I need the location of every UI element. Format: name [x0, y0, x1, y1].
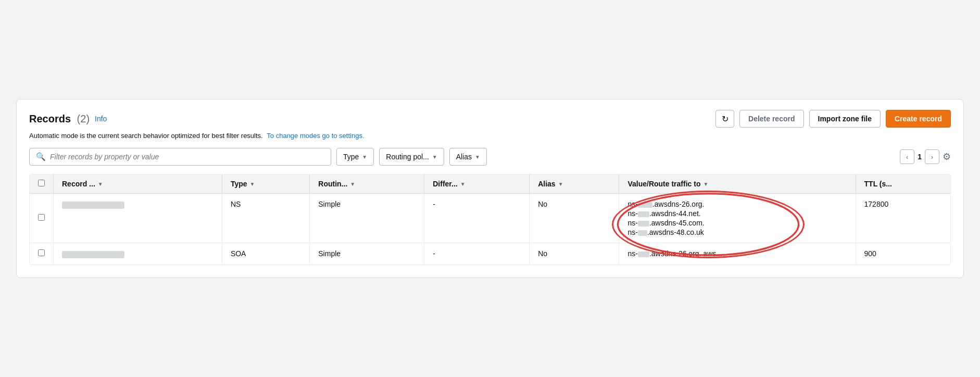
th-type: Type ▼ [222, 174, 309, 194]
header-buttons: ↻ Delete record Import zone file Create … [715, 110, 951, 128]
page-number: 1 [918, 153, 922, 161]
routing-dropdown-arrow: ▼ [432, 154, 437, 160]
info-link[interactable]: Info [95, 115, 107, 123]
records-table-wrapper: Record ... ▼ Type ▼ Routin... ▼ [29, 174, 951, 265]
row1-name-redacted [62, 202, 124, 209]
table-settings-button[interactable]: ⚙ [943, 151, 951, 162]
table-row: NS Simple - No [30, 194, 950, 243]
row2-ttl: 900 [856, 243, 950, 265]
subtext-main: Automatic mode is the current search beh… [29, 132, 263, 140]
row1-record-name [54, 194, 222, 243]
select-all-checkbox[interactable] [38, 180, 45, 186]
prev-page-button[interactable]: ‹ [900, 149, 914, 164]
records-table: Record ... ▼ Type ▼ Routin... ▼ [30, 174, 950, 264]
th-alias: Alias ▼ [530, 174, 619, 194]
refresh-button[interactable]: ↻ [715, 110, 734, 128]
search-input[interactable] [50, 153, 324, 161]
sort-differ-icon[interactable]: ▼ [460, 181, 466, 187]
row2-name-redacted [62, 251, 124, 258]
row1-alias: No [530, 194, 619, 243]
row1-value-line-3: ns-.awsdns-45.com. [627, 219, 704, 227]
pagination-area: ‹ 1 › ⚙ [900, 149, 951, 164]
sort-routing-icon[interactable]: ▼ [350, 181, 355, 187]
row2-checkbox-cell [30, 243, 54, 265]
sort-value-icon[interactable]: ▼ [703, 181, 708, 187]
subtext-link[interactable]: To change modes go to settings. [267, 132, 364, 140]
type-filter-dropdown[interactable]: Type ▼ [336, 148, 374, 166]
type-dropdown-arrow: ▼ [362, 154, 367, 160]
next-page-button[interactable]: › [925, 149, 939, 164]
row2-routing: Simple [310, 243, 424, 265]
th-record-name: Record ... ▼ [54, 174, 222, 194]
gear-icon: ⚙ [943, 151, 951, 162]
sort-type-icon[interactable]: ▼ [250, 181, 255, 187]
create-record-button[interactable]: Create record [886, 110, 951, 128]
type-label: Type [343, 153, 359, 161]
th-ttl: TTL (s... [856, 174, 950, 194]
page-title: Records (2) [29, 113, 90, 125]
alias-label: Alias [456, 153, 472, 161]
delete-record-button[interactable]: Delete record [739, 110, 803, 128]
row1-checkbox-cell [30, 194, 54, 243]
alias-dropdown-arrow: ▼ [475, 154, 480, 160]
th-routing: Routin... ▼ [310, 174, 424, 194]
refresh-icon: ↻ [722, 114, 728, 124]
table-header-row: Record ... ▼ Type ▼ Routin... ▼ [30, 174, 950, 194]
row1-value: ns-.awsdns-26.org. ns-.awsdns-44.net. ns… [619, 194, 856, 243]
row1-ttl: 172800 [856, 194, 950, 243]
routing-filter-dropdown[interactable]: Routing pol... ▼ [379, 148, 444, 166]
sort-record-icon[interactable]: ▼ [98, 181, 103, 187]
header-left: Records (2) Info [29, 113, 107, 125]
row1-type: NS [222, 194, 309, 243]
row2-type: SOA [222, 243, 309, 265]
row2-differ: - [424, 243, 530, 265]
filter-row: 🔍 Type ▼ Routing pol... ▼ Alias ▼ ‹ 1 › … [29, 148, 951, 166]
table-row: SOA Simple - No ns-.awsdns-26.org. aws..… [30, 243, 950, 265]
row1-differ: - [424, 194, 530, 243]
row1-value-line-1: ns-.awsdns-26.org. [627, 200, 704, 208]
title-text: Records [29, 113, 71, 124]
row2-value: ns-.awsdns-26.org. aws... [619, 243, 856, 265]
record-count: (2) [77, 113, 90, 124]
records-panel: Records (2) Info ↻ Delete record Import … [16, 99, 964, 278]
row2-checkbox[interactable] [38, 249, 45, 256]
th-value: Value/Route traffic to ▼ [619, 174, 856, 194]
alias-filter-dropdown[interactable]: Alias ▼ [449, 148, 487, 166]
row1-value-line-2: ns-.awsdns-44.net. [627, 209, 704, 218]
th-differ: Differ... ▼ [424, 174, 530, 194]
row1-value-container: ns-.awsdns-26.org. ns-.awsdns-44.net. ns… [627, 200, 704, 236]
sort-alias-icon[interactable]: ▼ [558, 181, 563, 187]
search-box[interactable]: 🔍 [29, 148, 331, 166]
row1-value-line-4: ns-.awsdns-48.co.uk [627, 228, 704, 236]
routing-label: Routing pol... [386, 153, 429, 161]
th-checkbox [30, 174, 54, 194]
row2-alias: No [530, 243, 619, 265]
header-row: Records (2) Info ↻ Delete record Import … [29, 110, 951, 128]
row2-record-name [54, 243, 222, 265]
row1-routing: Simple [310, 194, 424, 243]
import-zone-button[interactable]: Import zone file [809, 110, 881, 128]
row2-value-text: ns-.awsdns-26.org. aws... [627, 249, 722, 258]
search-icon: 🔍 [36, 152, 46, 161]
row1-value-lines: ns-.awsdns-26.org. ns-.awsdns-44.net. ns… [627, 200, 704, 236]
row1-checkbox[interactable] [38, 214, 45, 221]
subtext: Automatic mode is the current search beh… [29, 132, 951, 140]
